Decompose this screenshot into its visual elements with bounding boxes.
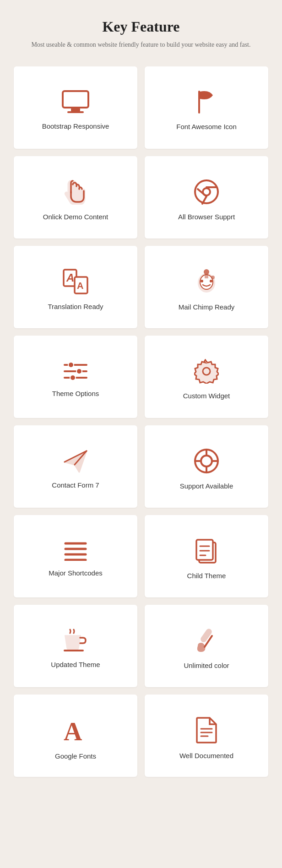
brush-icon <box>195 628 218 653</box>
feature-card-google-fonts: A Google Fonts <box>14 694 137 777</box>
feature-card-child-theme: Child Theme <box>145 515 268 597</box>
svg-rect-3 <box>198 91 200 114</box>
pointer-icon <box>64 179 87 205</box>
feature-label-google-fonts: Google Fonts <box>55 752 96 760</box>
svg-rect-1 <box>71 108 80 111</box>
feature-label-contact-form-7: Contact Form 7 <box>52 481 99 489</box>
svg-rect-39 <box>196 540 213 560</box>
feature-card-custom-widget: Custom Widget <box>145 336 268 418</box>
feature-label-custom-widget: Custom Widget <box>183 392 230 400</box>
font-a-icon: A <box>62 716 89 744</box>
feature-card-translation-ready: A A Translation Ready <box>14 246 137 328</box>
svg-rect-2 <box>67 111 84 113</box>
coffee-icon <box>63 629 88 652</box>
feature-card-well-documented: Well Documented <box>145 694 268 777</box>
svg-point-29 <box>201 456 212 467</box>
svg-point-18 <box>204 269 209 275</box>
doc-icon <box>195 717 218 743</box>
svg-rect-0 <box>63 91 88 108</box>
svg-text:A: A <box>77 281 83 291</box>
page-header: Key Feature Most useable & common websit… <box>14 18 268 50</box>
lines-icon <box>64 541 87 561</box>
feature-card-onclick-demo-content: Onlick Demo Content <box>14 156 137 239</box>
feature-label-major-shortcodes: Major Shortcodes <box>49 569 103 577</box>
monitor-icon <box>62 90 89 114</box>
feature-label-well-documented: Well Documented <box>179 752 233 760</box>
feature-card-unlimited-color: Unlimited color <box>145 605 268 687</box>
feature-card-support-available: Support Available <box>145 425 268 508</box>
chrome-icon <box>194 179 219 205</box>
feature-label-updated-theme: Updated Theme <box>51 661 100 668</box>
svg-point-17 <box>210 280 212 282</box>
feature-label-support-available: Support Available <box>180 482 233 490</box>
feature-label-font-awesome-icon: Font Awesome Icon <box>176 123 236 130</box>
feature-label-unlimited-color: Unlimited color <box>184 662 229 669</box>
feature-label-child-theme: Child Theme <box>187 572 226 580</box>
gear-icon <box>194 359 219 384</box>
paper-plane-icon <box>63 449 88 473</box>
feature-label-bootstrap-responsive: Bootstrap Responsive <box>42 122 109 130</box>
features-grid: Bootstrap Responsive Font Awesome Icon O… <box>14 66 268 777</box>
page-subtitle: Most useable & common website friendly f… <box>14 40 268 50</box>
feature-card-major-shortcodes: Major Shortcodes <box>14 515 137 597</box>
svg-point-22 <box>68 362 74 368</box>
svg-text:A: A <box>64 717 82 744</box>
feature-label-theme-options: Theme Options <box>52 390 99 397</box>
feature-card-theme-options: Theme Options <box>14 336 137 418</box>
lifebuoy-icon <box>194 448 219 474</box>
feature-card-font-awesome-icon: Font Awesome Icon <box>145 66 268 149</box>
feature-label-onclick-demo-content: Onlick Demo Content <box>43 213 108 221</box>
feature-label-mail-chimp-ready: Mail Chimp Ready <box>179 303 235 311</box>
feature-card-bootstrap-responsive: Bootstrap Responsive <box>14 66 137 149</box>
svg-point-16 <box>201 280 203 282</box>
svg-rect-19 <box>205 275 208 278</box>
feature-card-contact-form-7: Contact Form 7 <box>14 425 137 508</box>
mailchimp-icon <box>195 268 218 295</box>
flag-icon <box>195 90 218 114</box>
svg-point-20 <box>211 276 215 279</box>
feature-card-mail-chimp-ready: Mail Chimp Ready <box>145 246 268 328</box>
svg-text:A: A <box>66 271 74 284</box>
copy-icon <box>195 538 218 564</box>
feature-card-all-browser-support: All Browser Supprt <box>145 156 268 239</box>
feature-label-translation-ready: Translation Ready <box>48 303 103 310</box>
feature-card-updated-theme: Updated Theme <box>14 605 137 687</box>
svg-rect-44 <box>201 629 212 642</box>
svg-point-24 <box>76 369 82 374</box>
page-title: Key Feature <box>14 18 268 35</box>
svg-point-26 <box>70 375 76 380</box>
feature-label-all-browser-support: All Browser Supprt <box>178 213 235 221</box>
translate-icon: A A <box>63 269 88 294</box>
sliders-icon <box>63 361 88 381</box>
